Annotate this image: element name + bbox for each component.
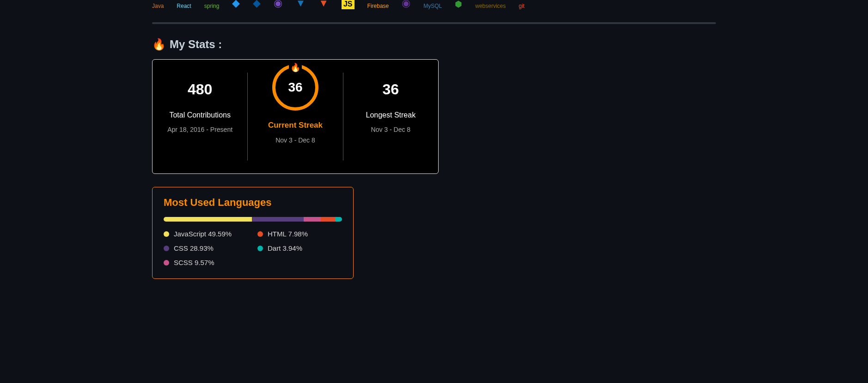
tech-flutter: ◆	[253, 0, 261, 9]
languages-title: Most Used Languages	[164, 197, 342, 209]
tech-icons-row: Java React spring ◆ ◆ ◉ ▼ ▼ JS Firebase …	[152, 0, 716, 9]
language-item: SCSS 9.57%	[164, 259, 248, 266]
language-item: CSS 28.93%	[164, 244, 248, 252]
tech-label: React	[177, 3, 191, 9]
tech-docker: ◆	[232, 0, 240, 9]
current-streak-label: Current Streak	[248, 121, 342, 130]
stats-heading: 🔥 My Stats :	[152, 38, 716, 51]
lang-bar-segment	[304, 217, 321, 222]
language-label: HTML 7.98%	[268, 230, 308, 238]
tech-js: JS	[342, 0, 355, 9]
language-color-dot	[164, 260, 169, 266]
current-streak-value: 36	[288, 80, 302, 95]
lang-bar-segment	[252, 217, 304, 222]
tech-spring: spring	[204, 3, 220, 9]
tech-mysql: MySQL	[423, 3, 442, 9]
languages-legend: JavaScript 49.59%HTML 7.98%CSS 28.93%Dar…	[164, 230, 342, 266]
tech-label: MySQL	[423, 3, 442, 9]
tech-redux: ◉	[274, 0, 282, 9]
longest-streak-label: Longest Streak	[343, 111, 438, 119]
longest-streak-value: 36	[343, 81, 438, 98]
languages-bar	[164, 217, 342, 222]
tech-node: ⬢	[455, 0, 462, 9]
total-contributions-label: Total Contributions	[153, 111, 247, 119]
tech-java: Java	[152, 3, 164, 9]
tech-label: webservices	[475, 3, 506, 9]
streak-stats-card: 480 Total Contributions Apr 18, 2016 - P…	[152, 59, 439, 174]
lang-bar-segment	[335, 217, 342, 222]
tech-gatsby: ◉	[402, 0, 410, 9]
tech-git: git	[519, 3, 525, 9]
tech-label: Java	[152, 3, 164, 9]
stats-heading-text: My Stats :	[170, 38, 222, 51]
language-label: JavaScript 49.59%	[174, 230, 232, 238]
language-item: HTML 7.98%	[257, 230, 342, 238]
tech-aws: webservices	[475, 3, 506, 9]
tech-label: spring	[204, 3, 220, 9]
tech-html5: ▼	[318, 0, 329, 9]
lang-bar-segment	[321, 217, 335, 222]
tech-label: git	[519, 3, 525, 9]
js-badge: JS	[342, 0, 355, 9]
longest-streak-col: 36 Longest Streak Nov 3 - Dec 8	[343, 60, 438, 173]
section-divider	[152, 22, 716, 24]
language-color-dot	[257, 246, 263, 251]
total-contributions-value: 480	[153, 81, 247, 98]
tech-react: React	[177, 3, 191, 9]
language-color-dot	[164, 231, 169, 237]
tech-label: Firebase	[367, 3, 389, 9]
language-color-dot	[257, 231, 263, 237]
language-item: Dart 3.94%	[257, 244, 342, 252]
language-label: CSS 28.93%	[174, 244, 214, 252]
tech-firebase: Firebase	[367, 3, 389, 9]
language-label: SCSS 9.57%	[174, 259, 214, 266]
total-contributions-range: Apr 18, 2016 - Present	[153, 126, 247, 133]
fire-icon: 🔥	[152, 38, 166, 51]
fire-icon: 🔥	[289, 61, 302, 74]
language-label: Dart 3.94%	[268, 244, 302, 252]
current-streak-range: Nov 3 - Dec 8	[248, 136, 342, 144]
tech-css3: ▼	[295, 0, 306, 9]
longest-streak-range: Nov 3 - Dec 8	[343, 126, 438, 133]
language-item: JavaScript 49.59%	[164, 230, 248, 238]
total-contributions-col: 480 Total Contributions Apr 18, 2016 - P…	[153, 60, 247, 173]
language-color-dot	[164, 246, 169, 251]
streak-ring: 🔥 36	[272, 64, 318, 111]
current-streak-col: 🔥 36 Current Streak Nov 3 - Dec 8	[248, 60, 342, 173]
languages-card: Most Used Languages JavaScript 49.59%HTM…	[152, 187, 354, 279]
lang-bar-segment	[164, 217, 252, 222]
